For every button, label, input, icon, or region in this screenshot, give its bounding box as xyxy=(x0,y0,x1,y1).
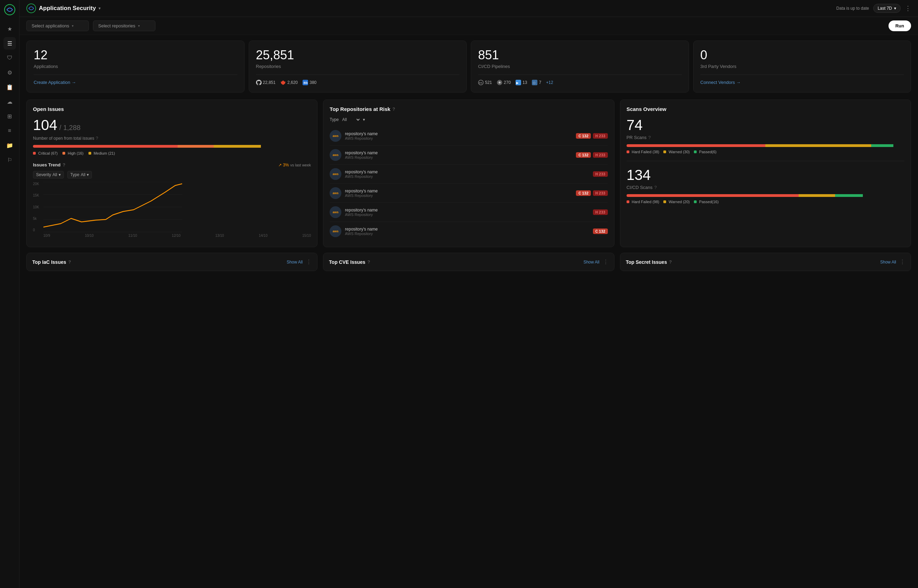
type-select-chevron-icon: ▾ xyxy=(363,117,365,122)
applications-label: Applications xyxy=(34,64,237,69)
secret-menu-icon[interactable]: ⋮ xyxy=(900,258,905,265)
bitbucket-count: 380 xyxy=(309,80,316,85)
sidebar-icon-cloud[interactable]: ☁ xyxy=(3,95,16,108)
pipeline-icon-2 xyxy=(497,80,502,85)
issues-help-icon[interactable]: ? xyxy=(96,136,98,141)
cve-help-icon[interactable]: ? xyxy=(368,259,370,265)
repo-avatar-3: aws xyxy=(330,168,342,180)
repos-type-filter: Type All AWS GitHub ▾ xyxy=(330,117,607,123)
pr-passed-dot xyxy=(694,150,697,153)
cicd-label: CI/CD Pipelines xyxy=(478,64,682,69)
stats-row: 12 Applications Create Application → 25,… xyxy=(26,40,911,92)
repo-row-4: aws repository's name AWS Repository C 1… xyxy=(330,184,607,203)
cicd-bar-warned xyxy=(799,194,835,197)
cicd-scans-help-icon[interactable]: ? xyxy=(654,185,657,190)
gitlab-count: 2,620 xyxy=(287,80,298,85)
connect-vendors-link[interactable]: Connect Vendors → xyxy=(701,80,741,85)
iac-menu-icon[interactable]: ⋮ xyxy=(306,258,312,265)
repo-info-6: repository's name AWS Repository xyxy=(345,227,589,236)
type-filter-trend[interactable]: Type All ▾ xyxy=(67,171,92,179)
severity-filter[interactable]: Severity All ▾ xyxy=(33,171,64,179)
sidebar-icon-shield[interactable]: 🛡 xyxy=(3,52,16,64)
badge-critical-6: C 132 xyxy=(593,228,608,234)
repo-avatar-2: aws xyxy=(330,149,342,161)
repo-row-1: aws repository's name AWS Repository C 1… xyxy=(330,126,607,145)
github-icon xyxy=(256,80,262,85)
secret-help-icon[interactable]: ? xyxy=(669,259,672,265)
critical-dot xyxy=(33,152,36,155)
bottom-card-iac: Top IaC Issues ? Show All ⋮ xyxy=(26,253,317,271)
repo-row-2: aws repository's name AWS Repository C 1… xyxy=(330,145,607,165)
sidebar-icon-list[interactable]: ☰ xyxy=(3,37,16,50)
cicd-scans-legend: Hard Failed (98) Warned (20) Passed(16) xyxy=(627,200,905,204)
stat-card-vendors: 0 3rd Party Vendors Connect Vendors → xyxy=(693,40,912,92)
badge-critical-4: C 132 xyxy=(576,191,591,196)
repositories-dropdown[interactable]: Select repositories ▾ xyxy=(93,21,155,31)
iac-show-all-link[interactable]: Show All xyxy=(287,260,303,265)
header-right: Data is up to date Last 7D ▾ ⋮ xyxy=(837,4,911,13)
repos-help-icon[interactable]: ? xyxy=(392,107,395,111)
sidebar-icon-grid[interactable]: ⊞ xyxy=(3,110,16,123)
time-selector-button[interactable]: Last 7D ▾ xyxy=(873,4,901,13)
pr-warned-dot xyxy=(663,150,666,153)
kebab-menu-button[interactable]: ⋮ xyxy=(905,5,911,12)
svg-point-7 xyxy=(499,81,500,84)
scans-title: Scans Overview xyxy=(627,106,905,112)
vendors-label: 3rd Party Vendors xyxy=(701,64,904,69)
cve-show-all-link[interactable]: Show All xyxy=(584,260,599,265)
svg-text:⬡: ⬡ xyxy=(533,81,535,85)
sidebar-icon-flag[interactable]: ⚐ xyxy=(3,153,16,166)
pipeline-item-2: 270 xyxy=(497,80,511,85)
pr-bar-passed xyxy=(871,144,894,147)
header-logo-icon xyxy=(26,3,36,13)
sections-row: Open Issues 104 / 1,288 Number of open f… xyxy=(26,100,911,247)
repo-info-1: repository's name AWS Repository xyxy=(345,131,572,141)
pipeline-item-4: ⬡ 7 xyxy=(532,80,541,85)
content-area: 12 Applications Create Application → 25,… xyxy=(19,35,918,588)
chart-x-labels: 10/9 10/10 11/10 12/10 13/10 14/10 15/10 xyxy=(44,234,311,237)
iac-help-icon[interactable]: ? xyxy=(68,259,71,265)
svg-text:⚙⚙: ⚙⚙ xyxy=(479,82,482,84)
badge-critical-2: C 132 xyxy=(576,152,591,158)
pipeline-more: +12 xyxy=(546,80,553,85)
cicd-bar-passed xyxy=(835,194,863,197)
svg-point-1 xyxy=(27,4,36,13)
app-logo[interactable] xyxy=(4,4,15,16)
high-dot xyxy=(62,152,65,155)
repositories-count: 25,851 xyxy=(256,48,460,62)
bottom-card-secret: Top Secret Issues ? Show All ⋮ xyxy=(620,253,911,271)
cicd-bar-failed xyxy=(627,194,799,197)
severity-bar xyxy=(33,145,311,148)
cve-menu-icon[interactable]: ⋮ xyxy=(603,258,609,265)
sidebar-icon-clipboard[interactable]: 📋 xyxy=(3,81,16,93)
applications-dropdown[interactable]: Select applications ▾ xyxy=(26,21,89,31)
legend-medium: Medium (21) xyxy=(89,151,115,155)
badge-high-5: H 233 xyxy=(593,209,608,215)
sidebar-icon-layers[interactable]: ≡ xyxy=(3,124,16,137)
secret-issues-title: Top Secret Issues ? xyxy=(626,259,672,265)
gitlab-icon-item: 2,620 xyxy=(280,80,298,85)
secret-show-all-link[interactable]: Show All xyxy=(880,260,896,265)
vendors-count: 0 xyxy=(701,48,904,62)
sidebar-icon-folder[interactable]: 📁 xyxy=(3,139,16,152)
repo-avatar-6: aws xyxy=(330,225,342,237)
sidebar-icon-star[interactable]: ★ xyxy=(3,23,16,35)
pr-scans-help-icon[interactable]: ? xyxy=(648,135,651,140)
create-application-link[interactable]: Create Application → xyxy=(34,80,76,85)
bitbucket-icon-item: Bb 380 xyxy=(303,80,316,85)
trend-chart xyxy=(44,182,182,232)
run-button[interactable]: Run xyxy=(889,21,911,31)
repo-row-6: aws repository's name AWS Repository C 1… xyxy=(330,222,607,241)
cicd-warned-dot xyxy=(663,200,666,203)
applications-count: 12 xyxy=(34,48,237,62)
repos-type-select[interactable]: All AWS GitHub xyxy=(341,117,361,123)
badge-critical-1: C 132 xyxy=(576,133,591,139)
pipeline-item-3: ▶ 13 xyxy=(516,80,527,85)
trend-help-icon[interactable]: ? xyxy=(62,162,65,168)
repo-badges-2: C 132 H 233 xyxy=(576,152,607,158)
top-repos-title: Top Repositories at Risk ? xyxy=(330,106,607,112)
title-chevron-icon[interactable]: ▾ xyxy=(99,6,100,11)
cicd-scans-count: 134 xyxy=(627,167,905,183)
sidebar-icon-settings[interactable]: ⚙ xyxy=(3,66,16,79)
repo-icons-row: 22,851 2,620 Bb 380 xyxy=(256,80,460,85)
